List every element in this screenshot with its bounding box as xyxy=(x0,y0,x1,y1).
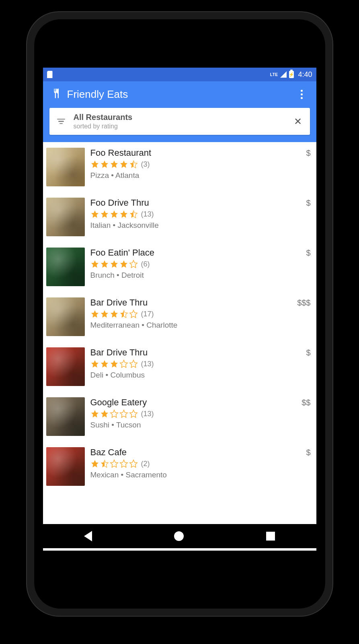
restaurant-thumbnail xyxy=(46,198,85,236)
star-icon xyxy=(90,359,99,368)
restaurant-name: Baz Cafe xyxy=(90,447,301,458)
restaurant-meta: Deli • Columbus xyxy=(90,371,301,380)
star-icon xyxy=(119,409,128,418)
app-bar: Friendly Eats All Restaurants sorted by … xyxy=(43,81,316,142)
phone-frame: LTE ⚡ 4:40 Friendly Eats xyxy=(27,12,332,616)
network-label: LTE xyxy=(270,72,278,77)
android-nav-bar xyxy=(43,524,316,548)
star-icon xyxy=(110,459,119,468)
star-icon xyxy=(90,210,99,219)
status-bar: LTE ⚡ 4:40 xyxy=(43,68,316,81)
star-icon xyxy=(110,210,119,219)
rating-stars xyxy=(90,160,138,169)
restaurant-list[interactable]: Foo Restaurant (3) Pizza • Atlanta $ Foo… xyxy=(43,142,316,551)
star-icon xyxy=(129,409,138,418)
phone-sensor xyxy=(168,52,191,60)
restaurant-name: Bar Drive Thru xyxy=(90,347,301,358)
rating-stars xyxy=(90,210,138,219)
star-icon xyxy=(110,359,119,368)
rating-stars xyxy=(90,459,138,468)
restaurant-name: Foo Restaurant xyxy=(90,148,301,158)
battery-icon: ⚡ xyxy=(289,71,294,78)
star-icon xyxy=(90,310,99,318)
star-icon xyxy=(110,260,119,268)
rating-stars xyxy=(90,310,138,318)
restaurant-row[interactable]: Foo Eatin' Place (6) Brunch • Detroit $ xyxy=(43,242,316,292)
review-count: (13) xyxy=(141,210,154,219)
signal-icon xyxy=(280,71,287,78)
star-icon xyxy=(100,260,109,268)
overflow-menu-button[interactable] xyxy=(296,89,308,100)
restaurant-meta: Brunch • Detroit xyxy=(90,271,301,280)
restaurant-thumbnail xyxy=(46,148,85,186)
restaurant-meta: Mediterranean • Charlotte xyxy=(90,321,292,330)
restaurant-name: Foo Eatin' Place xyxy=(90,248,301,258)
star-icon xyxy=(129,459,138,468)
star-icon xyxy=(119,310,128,318)
restaurant-row[interactable]: Foo Drive Thru (13) Italian • Jacksonvil… xyxy=(43,192,316,242)
star-icon xyxy=(129,359,138,368)
star-icon xyxy=(100,459,109,468)
filter-subtitle: sorted by rating xyxy=(74,123,285,130)
restaurant-meta: Italian • Jacksonville xyxy=(90,221,301,230)
star-icon xyxy=(119,210,128,219)
price-indicator: $ xyxy=(306,148,310,158)
star-icon xyxy=(90,459,99,468)
restaurant-row[interactable]: Bar Drive Thru (13) Deli • Columbus $ xyxy=(43,342,316,392)
star-icon xyxy=(100,310,109,318)
star-icon xyxy=(100,160,109,169)
filter-icon xyxy=(56,119,66,124)
restaurant-name: Google Eatery xyxy=(90,397,296,408)
restaurant-name: Foo Drive Thru xyxy=(90,198,301,208)
restaurant-thumbnail xyxy=(46,297,85,336)
review-count: (13) xyxy=(141,410,154,418)
screen: LTE ⚡ 4:40 Friendly Eats xyxy=(43,68,316,551)
restaurant-meta: Sushi • Tucson xyxy=(90,421,296,429)
review-count: (3) xyxy=(141,160,150,169)
review-count: (17) xyxy=(141,310,154,318)
price-indicator: $ xyxy=(306,248,310,258)
price-indicator: $ xyxy=(306,347,310,357)
price-indicator: $ xyxy=(306,198,310,208)
star-icon xyxy=(129,310,138,318)
star-icon xyxy=(100,409,109,418)
filter-bar[interactable]: All Restaurants sorted by rating ✕ xyxy=(49,108,310,135)
price-indicator: $ xyxy=(306,447,310,457)
clock: 4:40 xyxy=(298,70,312,79)
restaurant-row[interactable]: Bar Drive Thru (17) Mediterranean • Char… xyxy=(43,292,316,342)
review-count: (6) xyxy=(141,260,150,268)
nav-back-button[interactable] xyxy=(84,531,92,541)
filter-title: All Restaurants xyxy=(74,113,285,122)
star-icon xyxy=(129,160,138,169)
fork-knife-icon xyxy=(50,88,62,101)
star-icon xyxy=(90,409,99,418)
restaurant-meta: Pizza • Atlanta xyxy=(90,171,301,180)
restaurant-meta: Mexican • Sacramento xyxy=(90,471,301,479)
restaurant-thumbnail xyxy=(46,397,85,436)
app-title: Friendly Eats xyxy=(67,88,128,101)
star-icon xyxy=(110,160,119,169)
restaurant-thumbnail xyxy=(46,447,85,486)
star-icon xyxy=(129,210,138,219)
star-icon xyxy=(110,310,119,318)
restaurant-row[interactable]: Google Eatery (13) Sushi • Tucson $$ xyxy=(43,392,316,442)
star-icon xyxy=(119,260,128,268)
star-icon xyxy=(119,359,128,368)
star-icon xyxy=(119,160,128,169)
restaurant-row[interactable]: Foo Restaurant (3) Pizza • Atlanta $ xyxy=(43,142,316,192)
sd-card-icon xyxy=(47,71,53,78)
clear-filter-button[interactable]: ✕ xyxy=(292,114,304,129)
restaurant-name: Bar Drive Thru xyxy=(90,297,292,308)
restaurant-row[interactable]: Baz Cafe (2) Mexican • Sacramento $ xyxy=(43,442,316,491)
price-indicator: $$$ xyxy=(297,297,310,308)
star-icon xyxy=(110,409,119,418)
review-count: (13) xyxy=(141,360,154,368)
star-icon xyxy=(100,359,109,368)
nav-home-button[interactable] xyxy=(174,531,184,541)
nav-recent-button[interactable] xyxy=(266,532,275,541)
price-indicator: $$ xyxy=(302,397,310,407)
restaurant-thumbnail xyxy=(46,347,85,386)
star-icon xyxy=(100,210,109,219)
star-icon xyxy=(90,160,99,169)
rating-stars xyxy=(90,260,138,268)
